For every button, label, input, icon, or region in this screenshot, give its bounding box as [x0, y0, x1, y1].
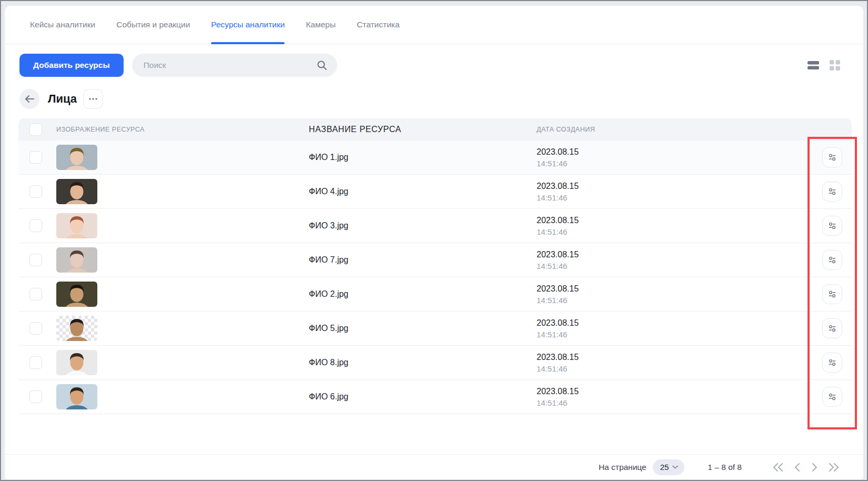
- more-actions-button[interactable]: [83, 89, 103, 109]
- app-window: Кейсы аналитики События и реакции Ресурс…: [5, 6, 863, 479]
- resource-name: ФИО 3.jpg: [309, 221, 348, 231]
- prev-page-button[interactable]: [794, 463, 801, 472]
- ellipsis-icon: [88, 97, 98, 101]
- per-page-value: 25: [660, 463, 669, 472]
- tab-analytics-resources[interactable]: Ресурсы аналитики: [211, 6, 285, 44]
- created-time: 14:51:46: [537, 363, 567, 375]
- row-checkbox[interactable]: [29, 390, 42, 403]
- tune-sliders-icon: [827, 255, 837, 265]
- tune-sliders-icon: [827, 221, 837, 231]
- created-date: 2023.08.15: [537, 317, 579, 329]
- search-box[interactable]: [132, 54, 337, 77]
- pagination-bar: На странице 25 1 – 8 of 8: [5, 454, 863, 479]
- grid-view-icon[interactable]: [830, 60, 840, 71]
- tab-bar: Кейсы аналитики События и реакции Ресурс…: [5, 6, 863, 44]
- row-settings-button[interactable]: [822, 387, 842, 407]
- created-time: 14:51:46: [537, 226, 567, 238]
- row-settings-button[interactable]: [822, 250, 842, 270]
- list-view-icon[interactable]: [808, 61, 819, 70]
- row-checkbox[interactable]: [29, 185, 42, 198]
- row-checkbox[interactable]: [29, 356, 42, 369]
- created-time: 14:51:46: [537, 158, 567, 169]
- created-date: 2023.08.15: [537, 248, 579, 260]
- table-row[interactable]: ФИО 4.jpg 2023.08.15 14:51:46: [18, 175, 852, 209]
- resource-name: ФИО 4.jpg: [309, 187, 348, 196]
- row-settings-button[interactable]: [822, 318, 842, 338]
- tune-sliders-icon: [827, 323, 837, 334]
- next-page-button[interactable]: [811, 463, 817, 472]
- resource-name: ФИО 8.jpg: [309, 358, 348, 367]
- back-button[interactable]: [19, 89, 39, 109]
- table-row[interactable]: ФИО 6.jpg 2023.08.15 14:51:46: [18, 380, 852, 414]
- row-settings-button[interactable]: [822, 216, 842, 236]
- row-checkbox[interactable]: [29, 322, 42, 335]
- resource-thumbnail[interactable]: [56, 316, 97, 341]
- resource-thumbnail[interactable]: [56, 384, 97, 409]
- table-row[interactable]: ФИО 8.jpg 2023.08.15 14:51:46: [18, 346, 852, 380]
- page-header: Лица: [5, 89, 863, 109]
- resource-thumbnail[interactable]: [56, 350, 97, 375]
- table-body: ФИО 1.jpg 2023.08.15 14:51:46: [18, 141, 852, 414]
- row-checkbox[interactable]: [29, 288, 42, 300]
- screenshot-frame: Кейсы аналитики События и реакции Ресурс…: [1, 1, 867, 480]
- resource-name: ФИО 7.jpg: [309, 255, 348, 265]
- chevron-down-icon: [672, 465, 678, 469]
- created-time: 14:51:46: [537, 329, 567, 340]
- table-row[interactable]: ФИО 5.jpg 2023.08.15 14:51:46: [18, 312, 852, 346]
- created-date: 2023.08.15: [537, 385, 579, 397]
- tune-sliders-icon: [827, 392, 837, 402]
- tab-cameras[interactable]: Камеры: [306, 6, 336, 44]
- table-row[interactable]: ФИО 3.jpg 2023.08.15 14:51:46: [18, 209, 852, 243]
- add-resources-button[interactable]: Добавить ресурсы: [19, 54, 124, 77]
- created-time: 14:51:46: [537, 295, 567, 306]
- per-page-label: На странице: [599, 463, 647, 472]
- page-title: Лица: [48, 92, 77, 106]
- table-row[interactable]: ФИО 7.jpg 2023.08.15 14:51:46: [18, 243, 852, 277]
- first-page-button[interactable]: [772, 463, 784, 472]
- resource-name: ФИО 1.jpg: [309, 153, 348, 162]
- tune-sliders-icon: [827, 152, 837, 163]
- created-date: 2023.08.15: [537, 180, 579, 192]
- search-input[interactable]: [143, 60, 316, 71]
- row-settings-button[interactable]: [822, 182, 842, 202]
- resource-thumbnail[interactable]: [56, 145, 97, 170]
- resource-thumbnail[interactable]: [56, 247, 97, 273]
- resources-table: ИЗОБРАЖЕНИЕ РЕСУРСА НАЗВАНИЕ РЕСУРСА ДАТ…: [18, 118, 852, 414]
- select-all-checkbox[interactable]: [29, 123, 42, 136]
- row-settings-button[interactable]: [822, 284, 842, 304]
- toolbar: Добавить ресурсы: [5, 54, 863, 77]
- resource-thumbnail[interactable]: [56, 213, 97, 238]
- tune-sliders-icon: [827, 186, 837, 197]
- created-date: 2023.08.15: [537, 214, 579, 226]
- created-date: 2023.08.15: [537, 146, 579, 158]
- row-checkbox[interactable]: [29, 151, 42, 164]
- last-page-button[interactable]: [828, 463, 840, 472]
- table-row[interactable]: ФИО 2.jpg 2023.08.15 14:51:46: [18, 277, 852, 312]
- row-checkbox[interactable]: [29, 254, 42, 266]
- search-icon: [316, 59, 328, 71]
- tab-analytics-cases[interactable]: Кейсы аналитики: [30, 6, 95, 44]
- tune-sliders-icon: [827, 357, 837, 368]
- created-time: 14:51:46: [537, 397, 567, 409]
- pager-controls: [772, 463, 840, 472]
- created-date: 2023.08.15: [537, 351, 579, 363]
- resource-thumbnail[interactable]: [56, 179, 97, 204]
- tab-statistics[interactable]: Статистика: [357, 6, 399, 44]
- created-time: 14:51:46: [537, 192, 567, 204]
- arrow-left-icon: [24, 95, 35, 103]
- tab-events-reactions[interactable]: События и реакции: [116, 6, 190, 44]
- resource-name: ФИО 6.jpg: [309, 392, 348, 402]
- column-header-image: ИЗОБРАЖЕНИЕ РЕСУРСА: [56, 126, 309, 133]
- resource-name: ФИО 5.jpg: [309, 324, 348, 333]
- column-header-created: ДАТА СОЗДАНИЯ: [537, 126, 768, 133]
- per-page-select[interactable]: 25: [653, 459, 685, 475]
- row-settings-button[interactable]: [822, 147, 842, 167]
- row-checkbox[interactable]: [29, 219, 42, 232]
- column-header-name: НАЗВАНИЕ РЕСУРСА: [309, 125, 537, 134]
- created-date: 2023.08.15: [537, 283, 579, 295]
- resource-name: ФИО 2.jpg: [309, 289, 348, 299]
- row-settings-button[interactable]: [822, 353, 842, 373]
- table-row[interactable]: ФИО 1.jpg 2023.08.15 14:51:46: [18, 141, 852, 175]
- resource-thumbnail[interactable]: [56, 282, 97, 307]
- view-toggles: [808, 60, 840, 71]
